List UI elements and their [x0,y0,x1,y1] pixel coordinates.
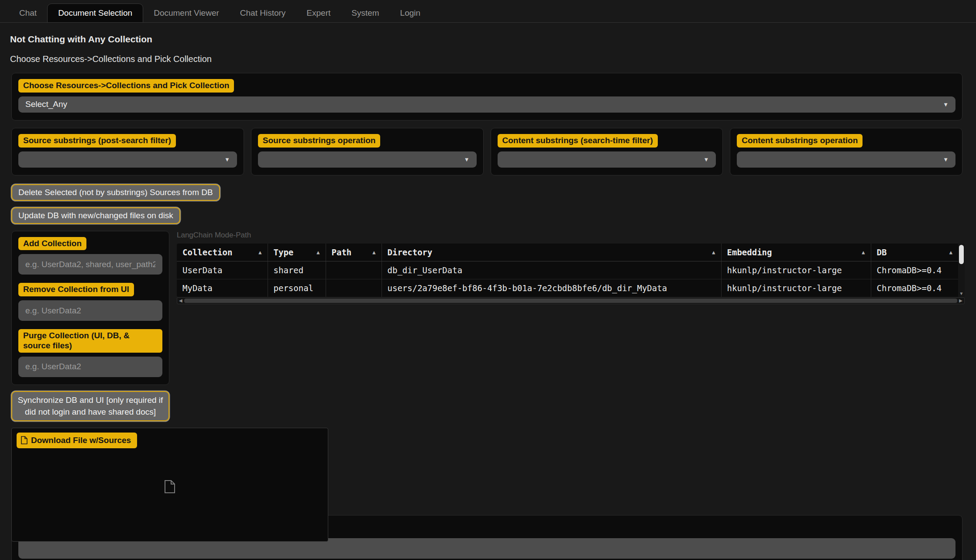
file-placeholder-icon [164,480,175,494]
purge-collection-group: Purge Collection (UI, DB, & source files… [18,329,162,377]
add-collection-input[interactable] [18,254,162,275]
scroll-left-icon[interactable]: ◀ [179,298,182,303]
source-substrings-label: Source substrings (post-search filter) [18,134,176,148]
collection-picker-label: Choose Resources->Collections and Pick C… [18,79,234,93]
cell-directory: users/2a79e8ef-bf86-4f3b-b01a-7e2cbdb8bf… [381,279,721,297]
source-substrings-op-panel: Source substrings operation ▼ [251,128,484,175]
purge-collection-label: Purge Collection (UI, DB, & source files… [18,329,162,353]
sort-arrow-icon[interactable]: ▲ [712,249,715,255]
content-substrings-label: Content substrings (search-time filter) [498,134,658,148]
filters-row: Source substrings (post-search filter) ▼… [11,128,962,175]
cell-type: personal [268,279,326,297]
status-title: Not Chatting with Any Collection [10,34,976,45]
col-header-path[interactable]: Path▲ [326,244,381,261]
tab-system[interactable]: System [341,4,389,22]
source-substrings-panel: Source substrings (post-search filter) ▼ [11,128,244,175]
chevron-down-icon: ▼ [943,101,949,108]
update-db-button[interactable]: Update DB with new/changed files on disk [11,207,180,224]
download-file-panel: Download File w/Sources [11,428,328,542]
chevron-down-icon: ▼ [224,156,230,163]
tab-document-viewer[interactable]: Document Viewer [143,4,230,22]
collection-management-panel: Add Collection Remove Collection from UI… [11,231,169,385]
scrollbar-thumb[interactable] [184,299,957,303]
download-file-button[interactable]: Download File w/Sources [17,433,137,448]
synchronize-db-button[interactable]: Synchronize DB and UI [only required if … [11,391,169,421]
col-header-collection[interactable]: Collection▲ [177,244,268,261]
sort-arrow-icon[interactable]: ▲ [862,249,865,255]
content-substrings-op-panel: Content substrings operation ▼ [730,128,962,175]
content-substrings-op-dropdown[interactable]: ▼ [737,151,955,168]
content-substrings-op-label: Content substrings operation [737,134,863,148]
purge-collection-input[interactable] [18,357,162,377]
table-row[interactable]: UserData shared db_dir_UserData hkunlp/i… [177,261,958,279]
horizontal-scrollbar[interactable]: ◀ ▶ [177,297,965,304]
cell-path [326,279,381,297]
tab-chat[interactable]: Chat [9,4,47,22]
tab-login[interactable]: Login [390,4,431,22]
add-collection-group: Add Collection [18,237,162,275]
remove-collection-label: Remove Collection from UI [18,283,134,296]
delete-sources-button[interactable]: Delete Selected (not by substrings) Sour… [11,184,220,201]
collection-picker-panel: Choose Resources->Collections and Pick C… [11,73,962,120]
content-substrings-panel: Content substrings (search-time filter) … [491,128,723,175]
content-substrings-dropdown[interactable]: ▼ [498,151,716,168]
collection-picker-value: Select_Any [25,100,67,109]
remove-collection-group: Remove Collection from UI [18,283,162,321]
col-header-embedding[interactable]: Embedding▲ [721,244,871,261]
sort-arrow-icon[interactable]: ▲ [258,249,261,255]
chevron-down-icon: ▼ [464,156,470,163]
tab-document-selection[interactable]: Document Selection [47,3,143,23]
source-substrings-op-label: Source substrings operation [258,134,381,148]
sort-arrow-icon[interactable]: ▲ [316,249,320,255]
langchain-mode-path-area: LangChain Mode-Path Collection▲ Type▲ Pa… [177,231,965,304]
remove-collection-input[interactable] [18,300,162,321]
cell-embedding: hkunlp/instructor-large [721,279,871,297]
sort-arrow-icon[interactable]: ▲ [372,249,375,255]
collection-management-stack: Add Collection Remove Collection from UI… [11,231,169,542]
collection-picker-dropdown[interactable]: Select_Any ▼ [18,96,955,113]
tab-expert[interactable]: Expert [296,4,341,22]
cell-directory: db_dir_UserData [381,261,721,279]
cell-collection: UserData [177,261,268,279]
scrollbar-thumb[interactable] [959,245,964,264]
table-caption: LangChain Mode-Path [177,231,965,240]
table-header-row: Collection▲ Type▲ Path▲ Directory▲ Embed… [177,244,958,261]
cell-collection: MyData [177,279,268,297]
main-tab-bar: Chat Document Selection Document Viewer … [0,0,976,23]
table-row[interactable]: MyData personal users/2a79e8ef-bf86-4f3b… [177,279,958,297]
collections-table: Collection▲ Type▲ Path▲ Directory▲ Embed… [177,244,965,297]
cell-type: shared [268,261,326,279]
scroll-right-icon[interactable]: ▶ [959,298,962,303]
cell-embedding: hkunlp/instructor-large [721,261,871,279]
file-icon [21,436,27,444]
cell-path [326,261,381,279]
col-header-db[interactable]: DB▲ [871,244,958,261]
vertical-scrollbar[interactable]: ▼ [958,244,965,297]
tab-chat-history[interactable]: Chat History [230,4,296,22]
col-header-directory[interactable]: Directory▲ [381,244,721,261]
col-header-type[interactable]: Type▲ [268,244,326,261]
chevron-down-icon: ▼ [943,156,949,163]
cell-db: ChromaDB>=0.4 [871,279,958,297]
source-substrings-op-dropdown[interactable]: ▼ [258,151,477,168]
source-substrings-dropdown[interactable]: ▼ [18,151,237,168]
mid-region: Add Collection Remove Collection from UI… [0,231,976,507]
cell-db: ChromaDB>=0.4 [871,261,958,279]
chevron-down-icon: ▼ [703,156,709,163]
scroll-down-icon[interactable]: ▼ [958,291,965,296]
add-collection-label: Add Collection [18,237,86,251]
download-file-label: Download File w/Sources [31,436,131,445]
status-subtitle: Choose Resources->Collections and Pick C… [10,54,976,64]
sort-arrow-icon[interactable]: ▲ [949,249,952,255]
